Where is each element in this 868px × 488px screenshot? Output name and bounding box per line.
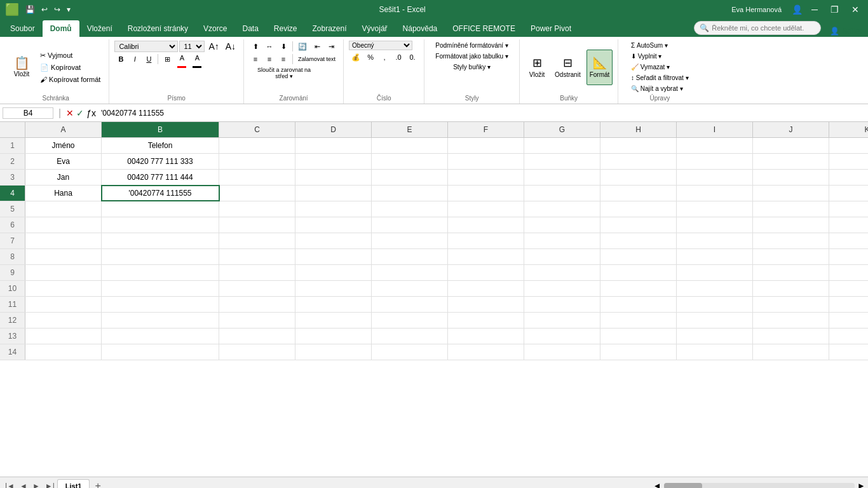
cell-E9[interactable]	[372, 265, 448, 280]
cell-reference-box[interactable]	[3, 107, 53, 119]
cell-H12[interactable]	[600, 313, 677, 328]
borders-button[interactable]: ⊞	[161, 53, 173, 65]
cell-H9[interactable]	[600, 265, 677, 280]
align-right-button[interactable]: ≡	[277, 53, 290, 65]
save-button[interactable]: 💾	[23, 4, 37, 15]
cell-B3[interactable]: 00420 777 111 444	[102, 170, 219, 185]
cell-H3[interactable]	[600, 170, 677, 185]
align-middle-button[interactable]: ↔	[263, 41, 276, 52]
col-header-C[interactable]: C	[219, 122, 295, 137]
cell-C9[interactable]	[219, 265, 295, 280]
cell-J1[interactable]	[753, 138, 829, 153]
cell-A6[interactable]	[25, 217, 102, 233]
restore-button[interactable]: ❐	[827, 3, 843, 16]
cell-J4[interactable]	[753, 186, 829, 201]
cell-E10[interactable]	[372, 281, 448, 296]
cell-F11[interactable]	[448, 297, 524, 312]
cell-B14[interactable]	[102, 344, 219, 360]
cell-A2[interactable]: Eva	[25, 154, 102, 169]
cell-G14[interactable]	[524, 344, 600, 360]
delete-button[interactable]: ⊟ Odstranit	[552, 50, 584, 85]
cell-A7[interactable]	[25, 233, 102, 248]
cell-J11[interactable]	[753, 297, 829, 312]
tab-zobrazeni[interactable]: Zobrazení	[305, 20, 355, 37]
cell-K8[interactable]	[829, 249, 868, 264]
cell-F2[interactable]	[448, 154, 524, 169]
align-left-button[interactable]: ≡	[249, 53, 262, 65]
cell-K3[interactable]	[829, 170, 868, 185]
sheet-nav-first[interactable]: |◄	[3, 480, 17, 489]
cell-C4[interactable]	[219, 186, 295, 201]
row-number-11[interactable]: 11	[0, 297, 25, 312]
row-number-1[interactable]: 1	[0, 138, 25, 153]
cell-C7[interactable]	[219, 233, 295, 248]
cell-B11[interactable]	[102, 297, 219, 312]
tab-napoveda[interactable]: Nápověda	[395, 20, 445, 37]
cell-H8[interactable]	[600, 249, 677, 264]
cell-F14[interactable]	[448, 344, 524, 360]
font-size-select[interactable]: 11	[179, 41, 205, 52]
col-header-A[interactable]: A	[25, 122, 102, 137]
tab-data[interactable]: Data	[234, 20, 266, 37]
cell-D14[interactable]	[295, 344, 372, 360]
cell-K1[interactable]	[829, 138, 868, 153]
cell-G10[interactable]	[524, 281, 600, 296]
cell-A12[interactable]	[25, 313, 102, 328]
format-painter-button[interactable]: 🖌 Kopírovat formát	[37, 74, 104, 85]
find-select-button[interactable]: 🔍 Najít a vybrat ▾	[628, 84, 686, 93]
sheet-nav-last[interactable]: ►|	[43, 480, 57, 489]
increase-decimal-button[interactable]: .0	[392, 51, 405, 63]
cell-I13[interactable]	[677, 329, 753, 344]
cell-J6[interactable]	[753, 217, 829, 233]
indent-increase-button[interactable]: ⇥	[325, 41, 337, 52]
cell-G11[interactable]	[524, 297, 600, 312]
cell-A8[interactable]	[25, 249, 102, 264]
cancel-formula-button[interactable]: ✕	[66, 108, 74, 118]
cell-F10[interactable]	[448, 281, 524, 296]
cell-E7[interactable]	[372, 233, 448, 248]
cell-B8[interactable]	[102, 249, 219, 264]
cell-B13[interactable]	[102, 329, 219, 344]
cell-I4[interactable]	[677, 186, 753, 201]
cell-J3[interactable]	[753, 170, 829, 185]
cell-D3[interactable]	[295, 170, 372, 185]
currency-button[interactable]: 💰	[349, 51, 363, 63]
cell-H11[interactable]	[600, 297, 677, 312]
autosum-button[interactable]: Σ AutoSum ▾	[628, 41, 671, 50]
cell-H2[interactable]	[600, 154, 677, 169]
cell-F12[interactable]	[448, 313, 524, 328]
cell-J7[interactable]	[753, 233, 829, 248]
cell-K2[interactable]	[829, 154, 868, 169]
cell-E12[interactable]	[372, 313, 448, 328]
cell-E1[interactable]	[372, 138, 448, 153]
cell-A11[interactable]	[25, 297, 102, 312]
row-number-4[interactable]: 4	[0, 186, 25, 201]
tab-domu[interactable]: Domů	[43, 20, 79, 37]
cell-A1[interactable]: Jméno	[25, 138, 102, 153]
cell-J9[interactable]	[753, 265, 829, 280]
cell-C5[interactable]	[219, 201, 295, 217]
row-number-7[interactable]: 7	[0, 233, 25, 248]
tab-soubor[interactable]: Soubor	[3, 20, 43, 37]
confirm-formula-button[interactable]: ✓	[76, 108, 84, 118]
cell-H14[interactable]	[600, 344, 677, 360]
row-number-2[interactable]: 2	[0, 154, 25, 169]
row-number-10[interactable]: 10	[0, 281, 25, 296]
scroll-left-button[interactable]: ◄	[653, 481, 661, 488]
cell-J10[interactable]	[753, 281, 829, 296]
cell-A4[interactable]: Hana	[25, 186, 102, 201]
cell-D1[interactable]	[295, 138, 372, 153]
cell-F7[interactable]	[448, 233, 524, 248]
tab-vzorce[interactable]: Vzorce	[196, 20, 234, 37]
cell-A5[interactable]	[25, 201, 102, 217]
cell-C2[interactable]	[219, 154, 295, 169]
cell-E2[interactable]	[372, 154, 448, 169]
cell-G9[interactable]	[524, 265, 600, 280]
cell-D4[interactable]	[295, 186, 372, 201]
cell-A13[interactable]	[25, 329, 102, 344]
cell-G12[interactable]	[524, 313, 600, 328]
font-shrink-button[interactable]: A↓	[223, 41, 238, 52]
cell-J14[interactable]	[753, 344, 829, 360]
tab-vlozeni[interactable]: Vložení	[79, 20, 120, 37]
insert-function-button[interactable]: ƒx	[86, 108, 96, 118]
